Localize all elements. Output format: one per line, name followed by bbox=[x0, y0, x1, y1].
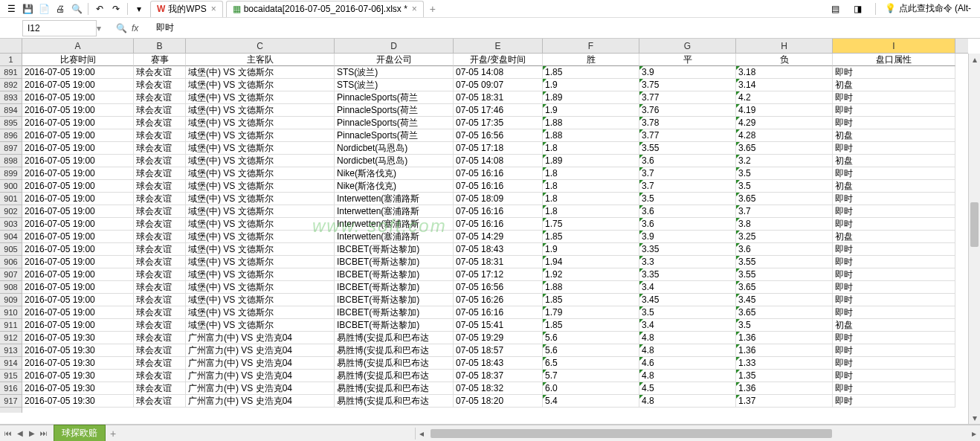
column-header[interactable]: C bbox=[186, 39, 335, 53]
cell[interactable]: 初盘 bbox=[833, 129, 955, 142]
name-box[interactable]: I12 bbox=[22, 20, 97, 36]
cell[interactable]: 1.92 bbox=[543, 268, 639, 281]
row-header[interactable]: 891 bbox=[0, 66, 22, 79]
cell[interactable]: 07-05 14:08 bbox=[454, 155, 543, 167]
cell[interactable]: 域堡(中) VS 文德斯尔 bbox=[186, 129, 335, 142]
grid-icon[interactable]: ▤ bbox=[829, 2, 842, 16]
cell[interactable]: 4.8 bbox=[639, 370, 736, 382]
cell[interactable]: 即时 bbox=[833, 344, 955, 357]
cell[interactable]: 07-05 17:35 bbox=[454, 117, 543, 129]
scroll-right-icon[interactable]: ▸ bbox=[968, 428, 980, 440]
cell[interactable]: 07-05 18:37 bbox=[454, 370, 543, 382]
cell[interactable]: 2016-07-05 19:00 bbox=[22, 180, 134, 193]
cell[interactable]: 主客队 bbox=[186, 54, 335, 66]
cell[interactable]: 即时 bbox=[833, 294, 955, 306]
cell[interactable]: IBCBET(哥斯达黎加) bbox=[335, 319, 454, 332]
cell[interactable]: 2016-07-05 19:00 bbox=[22, 66, 134, 79]
cell[interactable]: 3.78 bbox=[639, 117, 736, 129]
cell[interactable]: 07-05 17:12 bbox=[454, 268, 543, 281]
cell[interactable]: 域堡(中) VS 文德斯尔 bbox=[186, 193, 335, 205]
select-all-corner[interactable] bbox=[0, 39, 22, 54]
cell[interactable]: 4.28 bbox=[736, 129, 833, 142]
cell[interactable]: 2016-07-05 19:00 bbox=[22, 79, 134, 91]
close-icon[interactable]: × bbox=[412, 4, 417, 14]
cell[interactable]: 2016-07-05 19:30 bbox=[22, 382, 134, 395]
print-icon[interactable]: 🖨 bbox=[54, 2, 67, 16]
cell[interactable]: 2016-07-05 19:30 bbox=[22, 332, 134, 344]
scroll-up-icon[interactable]: ▴ bbox=[969, 54, 980, 65]
close-icon[interactable]: × bbox=[211, 4, 216, 14]
cell[interactable]: 即时 bbox=[833, 142, 955, 155]
cell[interactable]: 2016-07-05 19:00 bbox=[22, 155, 134, 167]
cell[interactable]: 6.0 bbox=[543, 382, 639, 395]
row-header[interactable]: 905 bbox=[0, 243, 22, 256]
formula-input[interactable] bbox=[152, 20, 980, 36]
cell[interactable]: 比赛时间 bbox=[22, 54, 134, 66]
row-header[interactable]: 896 bbox=[0, 129, 22, 142]
cell[interactable]: 4.5 bbox=[639, 382, 736, 395]
column-header[interactable]: D bbox=[335, 39, 454, 53]
cell[interactable]: 1.37 bbox=[736, 395, 833, 408]
cell[interactable]: 07-05 18:09 bbox=[454, 193, 543, 205]
cell[interactable]: 3.5 bbox=[639, 306, 736, 319]
cell[interactable]: 即时 bbox=[833, 218, 955, 231]
cell[interactable]: 球会友谊 bbox=[134, 332, 186, 344]
cell[interactable]: 即时 bbox=[833, 104, 955, 117]
cell[interactable]: 3.65 bbox=[736, 193, 833, 205]
cell[interactable]: 即时 bbox=[833, 306, 955, 319]
cell[interactable]: 1.85 bbox=[543, 319, 639, 332]
cell[interactable]: STS(波兰) bbox=[335, 66, 454, 79]
row-header[interactable]: 915 bbox=[0, 370, 22, 382]
cell[interactable]: 4.8 bbox=[639, 344, 736, 357]
row-header[interactable]: 914 bbox=[0, 357, 22, 370]
cell[interactable]: 2016-07-05 19:00 bbox=[22, 205, 134, 218]
row-header[interactable]: 894 bbox=[0, 104, 22, 117]
row-header[interactable]: 912 bbox=[0, 332, 22, 344]
cell[interactable]: 即时 bbox=[833, 205, 955, 218]
sheet-nav-first-icon[interactable]: ⏮ bbox=[3, 428, 13, 439]
cell[interactable]: 3.3 bbox=[639, 256, 736, 268]
cell[interactable]: 2016-07-05 19:30 bbox=[22, 395, 134, 408]
preview-icon[interactable]: 🔍 bbox=[70, 2, 83, 16]
cell[interactable]: 5.6 bbox=[543, 332, 639, 344]
search-icon[interactable]: 🔍 bbox=[116, 23, 127, 33]
row-header[interactable]: 917 bbox=[0, 395, 22, 408]
name-box-dropdown-icon[interactable]: ▾ bbox=[97, 23, 109, 33]
cell[interactable]: IBCBET(哥斯达黎加) bbox=[335, 306, 454, 319]
cell[interactable]: 域堡(中) VS 文德斯尔 bbox=[186, 281, 335, 294]
column-header[interactable]: E bbox=[454, 39, 543, 53]
sheet-nav-prev-icon[interactable]: ◀ bbox=[15, 428, 25, 439]
cell[interactable]: 易胜博(安提瓜和巴布达 bbox=[335, 357, 454, 370]
cell[interactable]: 2016-07-05 19:00 bbox=[22, 243, 134, 256]
cell[interactable]: 07-05 16:16 bbox=[454, 218, 543, 231]
cell[interactable]: 2016-07-05 19:00 bbox=[22, 306, 134, 319]
tab-wps-home[interactable]: W 我的WPS × bbox=[150, 1, 223, 17]
cell[interactable]: IBCBET(哥斯达黎加) bbox=[335, 268, 454, 281]
cell[interactable]: 07-05 18:31 bbox=[454, 91, 543, 104]
cell[interactable]: 球会友谊 bbox=[134, 205, 186, 218]
cell[interactable]: 域堡(中) VS 文德斯尔 bbox=[186, 142, 335, 155]
cell[interactable]: 易胜博(安提瓜和巴布达 bbox=[335, 344, 454, 357]
cell[interactable]: 即时 bbox=[833, 382, 955, 395]
cell[interactable]: 球会友谊 bbox=[134, 79, 186, 91]
cell[interactable]: 6.5 bbox=[543, 357, 639, 370]
cell[interactable]: 07-05 17:46 bbox=[454, 104, 543, 117]
cell[interactable]: 球会友谊 bbox=[134, 395, 186, 408]
cell[interactable]: 2016-07-05 19:00 bbox=[22, 294, 134, 306]
cell[interactable]: 即时 bbox=[833, 281, 955, 294]
cell[interactable]: 3.76 bbox=[639, 104, 736, 117]
row-header[interactable]: 900 bbox=[0, 180, 22, 193]
cell[interactable]: 1.89 bbox=[543, 155, 639, 167]
cell[interactable]: 球会友谊 bbox=[134, 167, 186, 180]
cell[interactable]: 2016-07-05 19:00 bbox=[22, 117, 134, 129]
row-header[interactable]: 899 bbox=[0, 167, 22, 180]
cell[interactable]: 3.6 bbox=[736, 243, 833, 256]
undo-icon[interactable]: ↶ bbox=[93, 2, 106, 16]
fx-button[interactable]: fx bbox=[132, 23, 138, 33]
cell[interactable]: 即时 bbox=[833, 395, 955, 408]
cell[interactable]: 球会友谊 bbox=[134, 268, 186, 281]
cell[interactable]: 3.45 bbox=[736, 294, 833, 306]
cell[interactable]: 开盘公司 bbox=[335, 54, 454, 66]
cell[interactable]: 3.5 bbox=[736, 319, 833, 332]
cell[interactable]: 4.2 bbox=[736, 91, 833, 104]
